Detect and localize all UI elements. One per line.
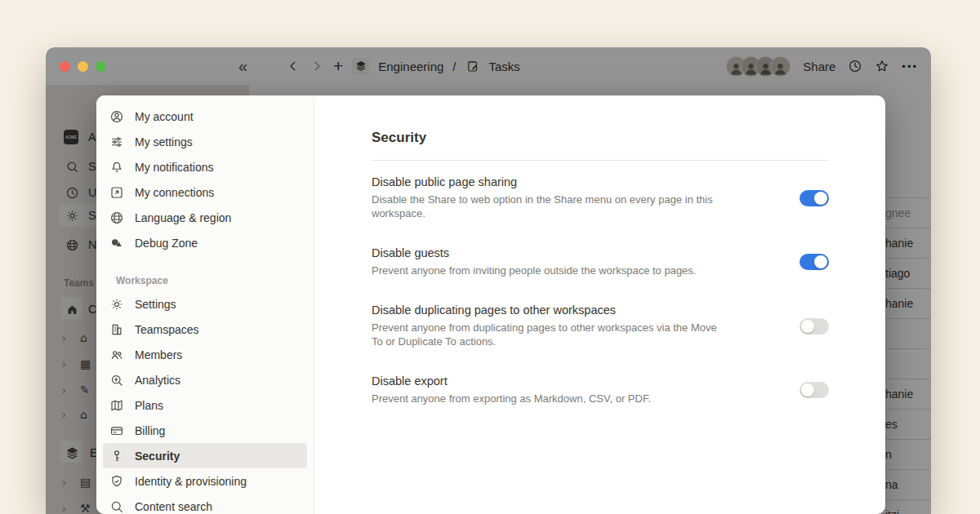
toggle-knob (814, 192, 827, 205)
arrow-up-right-box-icon (109, 185, 124, 200)
nav-item-label: Teamspaces (135, 323, 199, 336)
setting-description: Disable the Share to web option in the S… (372, 193, 718, 220)
page-title: Security (372, 130, 829, 146)
nav-item-label: My notifications (135, 161, 213, 174)
nav-item-label: Members (135, 348, 182, 361)
sliders-icon (109, 135, 124, 149)
setting-title: Disable public page sharing (372, 175, 718, 188)
nav-item-label: Security (135, 450, 180, 463)
building-icon (109, 322, 124, 337)
divider (372, 160, 829, 161)
setting-row-duplicating: Disable duplicating pages to other works… (372, 304, 829, 348)
bell-icon (109, 160, 124, 175)
nav-item-label: My settings (135, 135, 193, 148)
nav-content-search[interactable]: Content search (103, 494, 307, 514)
nav-item-label: Content search (135, 500, 212, 513)
nav-item-label: Analytics (135, 374, 180, 387)
workspace-section-label: Workspace (116, 275, 314, 286)
map-icon (109, 398, 124, 413)
toggle-disable-guests[interactable] (800, 254, 829, 270)
toggle-disable-duplicating[interactable] (800, 318, 829, 335)
setting-title: Disable guests (372, 246, 696, 259)
nav-security[interactable]: Security (103, 443, 307, 468)
nav-item-label: Settings (135, 298, 176, 311)
nav-item-label: Identity & provisioning (135, 475, 247, 488)
setting-description: Prevent anyone from duplicating pages to… (372, 321, 718, 348)
nav-my-notifications[interactable]: My notifications (103, 154, 307, 179)
nav-item-label: Billing (135, 424, 165, 437)
zoom-window-button[interactable] (96, 61, 106, 72)
members-icon (109, 348, 124, 362)
globe-icon (109, 210, 124, 225)
setting-description: Prevent anyone from inviting people outs… (372, 264, 696, 277)
user-circle-icon (109, 109, 124, 124)
credit-card-icon (109, 423, 124, 438)
nav-plans[interactable]: Plans (103, 392, 307, 418)
toggle-disable-public-sharing[interactable] (800, 190, 829, 206)
nav-teamspaces[interactable]: Teamspaces (103, 317, 307, 342)
nav-identity-provisioning[interactable]: Identity & provisioning (103, 468, 307, 494)
nav-item-label: Debug Zone (135, 237, 198, 250)
nav-debug-zone[interactable]: Debug Zone (103, 230, 307, 255)
setting-title: Disable export (372, 374, 651, 388)
window-controls (60, 61, 106, 72)
search-icon (109, 499, 124, 514)
nav-my-account[interactable]: My account (103, 104, 307, 129)
setting-row-export: Disable export Prevent anyone from expor… (372, 374, 829, 405)
key-icon (109, 449, 124, 463)
setting-row-public-sharing: Disable public page sharing Disable the … (372, 175, 829, 220)
zoom-plus-icon (109, 373, 124, 388)
minimize-window-button[interactable] (78, 61, 88, 72)
nav-item-label: My account (135, 110, 194, 123)
toggle-knob (801, 320, 814, 333)
app-window: « + Engineering / Tasks Share ••• (46, 47, 931, 514)
nav-my-connections[interactable]: My connections (103, 179, 307, 205)
nav-members[interactable]: Members (103, 342, 307, 367)
nav-billing[interactable]: Billing (103, 418, 307, 443)
nav-item-label: My connections (135, 186, 214, 199)
toggle-knob (814, 255, 827, 268)
settings-modal: My account My settings My notifications … (96, 95, 885, 514)
nav-settings[interactable]: Settings (103, 291, 307, 317)
nav-item-label: Language & region (135, 211, 231, 224)
nav-language-region[interactable]: Language & region (103, 205, 307, 230)
gear-icon (109, 297, 124, 312)
nav-analytics[interactable]: Analytics (103, 367, 307, 392)
toggle-knob (801, 383, 814, 397)
shield-check-icon (109, 474, 124, 489)
toggle-disable-export[interactable] (800, 382, 829, 398)
nav-my-settings[interactable]: My settings (103, 129, 307, 154)
shapes-icon (109, 236, 124, 250)
setting-title: Disable duplicating pages to other works… (372, 304, 718, 317)
security-settings-panel: Security Disable public page sharing Dis… (314, 95, 885, 514)
settings-nav: My account My settings My notifications … (96, 95, 314, 514)
close-window-button[interactable] (60, 61, 70, 72)
setting-description: Prevent anyone from exporting as Markdow… (372, 392, 651, 405)
nav-item-label: Plans (135, 399, 163, 412)
setting-row-guests: Disable guests Prevent anyone from invit… (372, 246, 829, 277)
